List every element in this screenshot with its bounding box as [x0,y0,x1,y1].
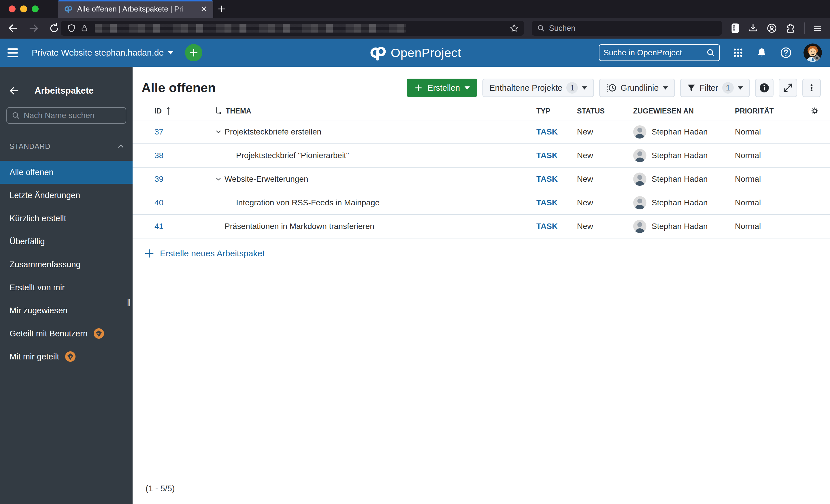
assignee-avatar [633,172,646,186]
back-arrow-icon[interactable] [9,85,20,96]
collapse-chevron-icon[interactable] [215,128,222,136]
more-options-kebab-icon[interactable] [802,79,821,97]
create-work-package-label: Erstelle neues Arbeitspaket [160,248,265,258]
browser-search-input[interactable] [549,24,699,33]
table-row[interactable]: 40 Integration von RSS-Feeds in Mainpage… [133,191,830,215]
global-search-field[interactable] [599,44,720,61]
column-header-zugewiesen[interactable]: ZUGEWIESEN AN [633,107,735,115]
browser-tab[interactable]: Alle offenen | Arbeitspakete | Pri [58,0,213,18]
work-package-type: TASK [536,222,577,231]
help-icon[interactable] [780,47,792,59]
work-package-subject: Website-Erweiterungen [224,174,308,184]
work-package-id-link[interactable]: 38 [155,151,163,160]
main-menu-toggle-icon[interactable] [7,48,18,57]
lock-icon[interactable] [81,24,89,33]
browser-search-field[interactable] [532,21,722,36]
filter-count: 1 [722,82,734,94]
create-button-label: Erstellen [427,83,460,93]
table-row[interactable]: 41 Präsentationen in Markdown transferie… [133,215,830,238]
openproject-header: Private Website stephan.hadan.de OpenPro… [0,39,830,67]
sidebar-section-standard[interactable]: STANDARD [9,140,125,152]
search-icon [537,24,545,32]
work-package-type: TASK [536,151,577,160]
downloads-icon[interactable] [748,23,758,33]
work-package-id-link[interactable]: 40 [155,198,163,207]
sidebar-item-mit-mir-geteilt[interactable]: Mit mir geteilt [0,345,133,368]
forward-icon[interactable] [28,23,39,34]
work-package-priority: Normal [735,174,811,184]
project-select[interactable]: Private Website stephan.hadan.de [32,48,173,58]
sidebars-icon[interactable] [731,23,739,33]
collapse-chevron-icon[interactable] [215,175,222,183]
openproject-logo[interactable]: OpenProject [369,45,461,61]
chevron-down-icon [582,87,587,90]
work-package-status: New [577,198,633,207]
bookmark-star-icon[interactable] [510,24,519,33]
work-package-subject: Integration von RSS-Feeds in Mainpage [236,198,380,207]
quick-add-button[interactable] [185,44,202,61]
reload-icon[interactable] [49,23,59,33]
shield-icon[interactable] [67,24,76,33]
chevron-down-icon [738,87,743,90]
user-avatar[interactable] [803,43,822,62]
included-projects-button[interactable]: Enthaltene Projekte 1 [482,79,594,97]
back-icon[interactable] [7,23,19,34]
fullscreen-button[interactable] [779,79,797,97]
plus-icon [414,83,423,92]
window-minimize-button[interactable] [20,5,27,12]
filter-button[interactable]: Filter 1 [680,79,750,97]
work-package-id-link[interactable]: 37 [155,127,163,136]
column-header-status[interactable]: STATUS [577,107,633,115]
project-select-label: Private Website stephan.hadan.de [32,48,164,58]
assignee-name: Stephan Hadan [651,198,708,207]
sidebar-item-zusammenfassung[interactable]: Zusammenfassung [0,253,133,276]
extensions-icon[interactable] [786,23,795,33]
work-package-type: TASK [536,198,577,207]
create-work-package-link[interactable]: Erstelle neues Arbeitspaket [145,244,830,263]
sidebar-search-input[interactable] [24,111,110,120]
global-search-input[interactable] [604,48,696,57]
work-package-id-link[interactable]: 41 [155,222,163,231]
column-header-id[interactable]: ID [155,107,215,115]
app-menu-icon[interactable] [813,23,823,33]
column-header-typ[interactable]: TYP [536,107,577,115]
chevron-down-icon [168,51,173,55]
new-tab-button[interactable] [217,4,226,14]
search-icon [706,48,715,57]
sidebar-item-geteilt-mit-benutzern[interactable]: Geteilt mit Benutzern [0,322,133,345]
assignee-avatar [633,196,646,209]
info-button[interactable] [755,79,773,97]
table-settings-gear-icon[interactable] [811,107,830,114]
sidebar-item-erstellt-von-mir[interactable]: Erstellt von mir [0,276,133,299]
sidebar-search-field[interactable] [6,107,126,124]
sidebar-title: Arbeitspakete [35,86,94,96]
baseline-button[interactable]: Grundlinie [599,79,675,97]
work-package-priority: Normal [735,151,811,160]
modules-grid-icon[interactable] [733,47,743,58]
chevron-down-icon [663,87,668,90]
work-package-status: New [577,127,633,136]
sidebar-item-ueberfaellig[interactable]: Überfällig [0,230,133,253]
pagination-info: (1 - 5/5) [146,484,175,493]
window-close-button[interactable] [9,5,15,12]
work-package-id-link[interactable]: 39 [155,174,163,183]
table-row[interactable]: 38 Projektsteckbrief "Pionierarbeit" TAS… [133,144,830,168]
account-icon[interactable] [767,23,777,33]
notifications-bell-icon[interactable] [756,47,767,58]
column-header-thema[interactable]: THEMA [215,107,536,115]
work-package-status: New [577,151,633,160]
openproject-logo-icon [369,45,387,61]
tab-close-icon[interactable] [200,5,208,13]
window-zoom-button[interactable] [32,5,39,12]
table-row[interactable]: 37 Projektsteckbriefe erstellen TASK New… [133,121,830,144]
column-header-prioritaet[interactable]: PRIORITÄT [735,107,811,115]
sidebar-item-mir-zugewiesen[interactable]: Mir zugewiesen [0,299,133,322]
sidebar-resize-handle[interactable]: ‖ [127,297,131,308]
sidebar-item-letzte-aenderungen[interactable]: Letzte Änderungen [0,184,133,207]
sidebar-item-kuerzlich-erstellt[interactable]: Kürzlich erstellt [0,207,133,230]
table-row[interactable]: 39 Website-Erweiterungen TASK New Stepha… [133,168,830,191]
table-header-row: ID THEMA TYP STATUS ZUGEWIESEN AN [133,102,830,121]
create-button[interactable]: Erstellen [407,79,477,97]
sidebar-item-alle-offenen[interactable]: Alle offenen [0,161,133,184]
url-bar[interactable] [61,21,524,36]
